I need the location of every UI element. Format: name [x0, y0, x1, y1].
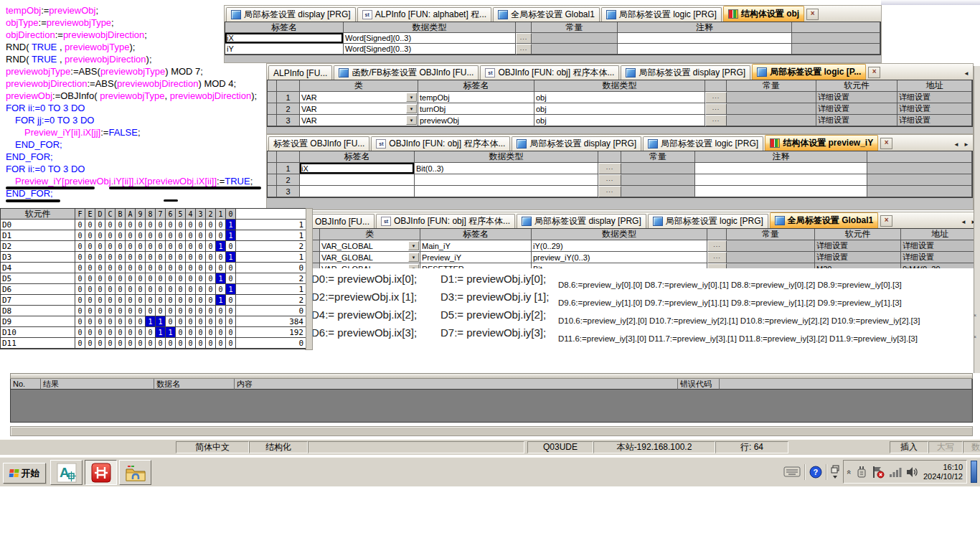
- restore-windows-icon[interactable]: [831, 465, 839, 479]
- detail-settings-link[interactable]: 详细设置: [816, 103, 897, 115]
- document-tab[interactable]: stALPInfo [FUN: alphabet] 程...: [357, 7, 491, 22]
- detail-button[interactable]: ...: [516, 44, 532, 55]
- st-code-editor[interactable]: tempObj:=previewObj;objType:=previewobjT…: [6, 4, 250, 199]
- tab-close-button[interactable]: ×: [806, 9, 819, 20]
- detail-button[interactable]: ...: [705, 103, 727, 115]
- table-cell[interactable]: Word[Signed](0..3): [344, 44, 516, 55]
- tab-close-button[interactable]: ×: [868, 67, 880, 78]
- table-cell[interactable]: [415, 186, 598, 197]
- detail-button[interactable]: ...: [705, 92, 727, 103]
- signal-strength-icon[interactable]: [889, 466, 902, 478]
- var-class-dropdown[interactable]: VAR▼: [300, 115, 418, 126]
- speaker-icon[interactable]: [906, 466, 919, 478]
- detail-settings-link[interactable]: 详细设置: [901, 240, 979, 252]
- keyboard-icon[interactable]: [783, 466, 801, 477]
- var-class-dropdown[interactable]: VAR▼: [300, 92, 418, 103]
- tray-expand-chevron[interactable]: «: [845, 469, 854, 474]
- detail-button[interactable]: ...: [598, 186, 621, 197]
- tab-scroll-arrows[interactable]: ◄: [963, 70, 971, 80]
- table-cell[interactable]: Bit(0..3): [415, 163, 598, 174]
- detail-button[interactable]: ...: [516, 33, 532, 44]
- removable-device-icon[interactable]: [856, 466, 867, 479]
- document-tab[interactable]: 全局标签设置 Global1: [770, 212, 878, 228]
- document-tab[interactable]: 全局标签设置 Global1: [493, 7, 600, 22]
- document-tab[interactable]: 局部标签设置 logic [PRG]: [601, 7, 722, 22]
- table-cell[interactable]: Word[Signed](0..3): [344, 33, 516, 44]
- var-class-dropdown[interactable]: VAR_GLOBAL▼: [320, 240, 420, 252]
- table-cell[interactable]: iX: [300, 163, 415, 174]
- document-tab[interactable]: 局部标签设置 display [PRG]: [621, 65, 750, 80]
- show-desktop-edge[interactable]: [971, 461, 977, 483]
- table-cell[interactable]: obj: [534, 92, 705, 103]
- document-tab[interactable]: stOBJInfo [FUN: obj] 程序本体...: [480, 65, 619, 80]
- var-class-dropdown[interactable]: VAR_GLOBAL▼: [320, 263, 420, 268]
- start-button[interactable]: 开始: [3, 463, 46, 484]
- document-tab[interactable]: OBJInfo [FU...: [310, 214, 374, 228]
- detail-button[interactable]: ...: [707, 240, 727, 252]
- table-cell[interactable]: iX: [225, 33, 344, 44]
- detail-button[interactable]: ...: [598, 163, 621, 174]
- document-tab[interactable]: 结构体设置 obj: [723, 6, 804, 22]
- detail-settings-link[interactable]: 详细设置: [815, 252, 901, 263]
- table-cell[interactable]: [415, 174, 598, 186]
- table-cell[interactable]: turnObj: [418, 103, 534, 115]
- var-class-dropdown[interactable]: VAR▼: [300, 103, 418, 115]
- document-tab[interactable]: 局部标签设置 logic [PRG]: [648, 214, 768, 228]
- detail-button[interactable]: ...: [707, 263, 727, 268]
- detail-settings-link[interactable]: 详细设置: [816, 92, 897, 103]
- detail-button[interactable]: ...: [707, 252, 727, 263]
- document-tab[interactable]: 局部标签设置 logic [PRG]: [643, 136, 763, 151]
- document-tab[interactable]: stOBJInfo [FUN: obj] 程序本体...: [371, 136, 510, 151]
- var-class-dropdown[interactable]: VAR_GLOBAL▼: [320, 252, 420, 263]
- table-cell[interactable]: Preview_iY: [420, 252, 532, 263]
- document-tab[interactable]: 函数/FB标签设置 OBJInfo [FU...: [334, 65, 479, 80]
- tab-close-button[interactable]: ×: [880, 138, 892, 149]
- detail-settings-link[interactable]: M20: [815, 263, 901, 268]
- document-tab[interactable]: 局部标签设置 display [PRG]: [226, 7, 356, 22]
- table-cell[interactable]: RESETTER: [420, 263, 532, 268]
- detail-settings-link[interactable]: 详细设置: [897, 92, 972, 103]
- tray-clock[interactable]: 16:10 2024/10/12: [923, 463, 963, 481]
- help-icon[interactable]: ?: [809, 466, 822, 479]
- document-tab[interactable]: ALPInfo [FU...: [268, 65, 332, 80]
- tab-scroll-arrows[interactable]: ◄ ►: [953, 141, 971, 151]
- detail-settings-link[interactable]: 0:M4(0..29: [901, 263, 979, 268]
- detail-button[interactable]: ...: [705, 115, 727, 126]
- table-cell[interactable]: tempObj: [418, 92, 534, 103]
- detail-settings-link[interactable]: 详细设置: [901, 252, 979, 263]
- taskbar-app-cad[interactable]: A: [50, 460, 83, 485]
- document-tab[interactable]: 局部标签设置 display [PRG]: [512, 136, 641, 151]
- table-cell[interactable]: previewObj: [418, 115, 534, 126]
- network-error-flag-icon[interactable]: [872, 466, 885, 479]
- table-cell[interactable]: [300, 186, 415, 197]
- table-cell[interactable]: preview_iY(0..3): [532, 252, 707, 263]
- watch-content[interactable]: [10, 390, 973, 423]
- monitor-scrollbar[interactable]: [306, 208, 313, 350]
- document-tab[interactable]: 结构体设置 preview_iY: [765, 135, 878, 151]
- watch-grip[interactable]: [10, 373, 973, 379]
- right-scrollbar[interactable]: [974, 66, 980, 373]
- detail-settings-link[interactable]: 详细设置: [897, 115, 972, 126]
- table-cell[interactable]: iY: [225, 44, 344, 55]
- bit-cell: 0: [176, 263, 186, 273]
- device-monitor-table[interactable]: 软元件FEDCBA9876543210D000000000000000011D1…: [0, 208, 307, 349]
- detail-settings-link[interactable]: 详细设置: [815, 240, 901, 252]
- taskbar-app-explorer[interactable]: [119, 460, 151, 485]
- bit-cell: 0: [176, 338, 186, 349]
- table-cell[interactable]: iY(0..29): [532, 240, 707, 252]
- detail-settings-link[interactable]: 详细设置: [816, 115, 897, 126]
- document-tab[interactable]: 标签设置 OBJInfo [FU...: [268, 136, 369, 151]
- document-tab[interactable]: 局部标签设置 display [PRG]: [517, 214, 646, 228]
- table-cell[interactable]: obj: [534, 115, 705, 126]
- tab-close-button[interactable]: ×: [880, 215, 892, 227]
- document-tab[interactable]: stOBJInfo [FUN: obj] 程序本体...: [376, 214, 515, 228]
- detail-button[interactable]: ...: [598, 174, 621, 186]
- table-cell[interactable]: Main_iY: [420, 240, 532, 252]
- detail-settings-link[interactable]: 详细设置: [897, 103, 972, 115]
- document-tab[interactable]: 局部标签设置 logic [P...: [752, 64, 866, 80]
- table-cell[interactable]: obj: [534, 103, 705, 115]
- table-cell[interactable]: Bit: [532, 263, 707, 268]
- taskbar-app-gxworks[interactable]: [85, 460, 117, 485]
- table-cell[interactable]: [300, 174, 415, 186]
- start-label: 开始: [22, 467, 40, 480]
